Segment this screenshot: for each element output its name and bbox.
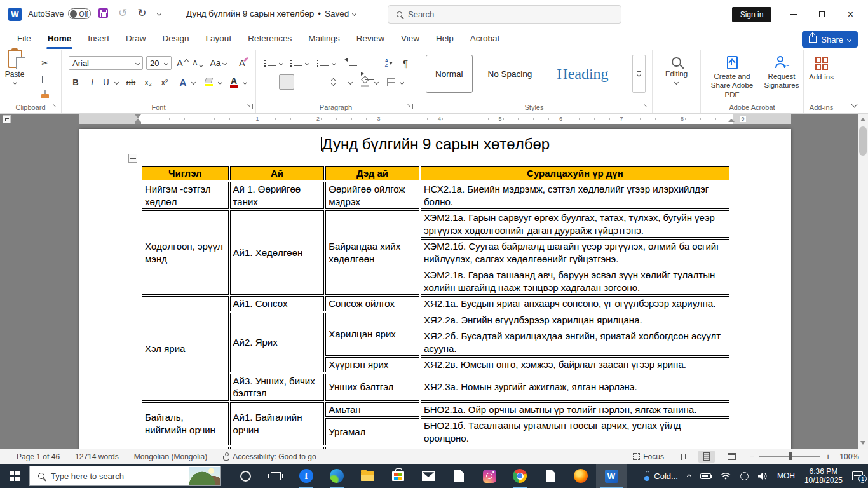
table-move-handle[interactable]	[128, 154, 137, 163]
bold-button[interactable]: B	[69, 75, 82, 89]
table-cell[interactable]: ХЯ2.2в. Юмсын өнгө, хэмжээ, байрлал заас…	[421, 357, 729, 372]
page-title[interactable]: Дунд бүлгийн 9 сарын хөтөлбөр	[79, 129, 791, 154]
table-cell[interactable]: Хөдөлгөөн, эрүүл мэнд	[142, 210, 229, 295]
accessibility-status[interactable]: Accessibility: Good to go	[222, 452, 316, 461]
redo-button[interactable]: ↻	[137, 6, 146, 20]
tab-acrobat[interactable]: Acrobat	[462, 29, 508, 50]
paste-button[interactable]: Paste	[0, 50, 29, 99]
tab-help[interactable]: Help	[428, 29, 462, 50]
share-button[interactable]: Share	[802, 31, 858, 48]
zoom-level[interactable]: 100%	[839, 452, 859, 461]
underline-options-button[interactable]	[112, 75, 120, 89]
ime-indicator[interactable]: MOH	[777, 471, 795, 480]
table-header-cell[interactable]: Ай	[230, 166, 325, 180]
strikethrough-button[interactable]: ab	[123, 75, 139, 89]
vertical-scrollbar[interactable]	[858, 114, 868, 449]
table-header-cell[interactable]: Дэд ай	[325, 166, 419, 180]
read-mode-button[interactable]	[673, 451, 689, 463]
tab-view[interactable]: View	[393, 29, 428, 50]
tab-selector[interactable]	[3, 115, 11, 123]
highlight-button[interactable]	[201, 74, 215, 90]
document-page[interactable]: Дунд бүлгийн 9 сарын хөтөлбөр ЧиглэлАйДэ…	[79, 129, 791, 449]
table-cell[interactable]: Сонсож ойлгох	[325, 296, 419, 311]
italic-button[interactable]: I	[86, 75, 98, 89]
clock[interactable]: 6:36 PM10/18/2025	[804, 467, 843, 485]
weather-widget[interactable]: Cold...	[644, 471, 678, 481]
shading-options[interactable]	[372, 75, 380, 89]
clear-formatting-button[interactable]: A	[234, 56, 250, 70]
bullets-button[interactable]	[264, 56, 276, 70]
table-cell[interactable]: Ай2. Ярих	[230, 313, 325, 372]
font-size-combo[interactable]: 20	[146, 56, 172, 70]
close-button[interactable]: ×	[836, 0, 865, 29]
web-layout-button[interactable]	[724, 451, 740, 463]
styles-more-button[interactable]	[632, 55, 646, 93]
font-dialog-launcher[interactable]	[248, 104, 253, 109]
table-cell[interactable]: Унших бэлтгэл	[325, 374, 419, 401]
align-right-button[interactable]	[297, 75, 309, 89]
start-button[interactable]	[0, 464, 29, 488]
align-center-button[interactable]	[279, 74, 294, 90]
numbering-button[interactable]	[290, 56, 302, 70]
focus-mode-button[interactable]: Focus	[633, 452, 664, 461]
tab-mailings[interactable]: Mailings	[300, 29, 348, 50]
page-indicator[interactable]: Page 1 of 46	[17, 452, 60, 461]
undo-button[interactable]: ↺	[118, 6, 127, 20]
request-signatures-button[interactable]: x~ Request Signatures	[762, 56, 801, 90]
table-cell[interactable]: ХЯ2.3а. Номын зургийг ажиглаж, ялган нэр…	[421, 374, 729, 401]
text-effects-button[interactable]: A	[177, 75, 189, 89]
multilevel-list-button[interactable]	[316, 56, 329, 70]
change-case-button[interactable]: Aa	[208, 56, 227, 70]
table-cell[interactable]: Харилцан ярих	[325, 313, 419, 356]
right-indent-marker[interactable]	[728, 119, 735, 122]
tray-expand-icon[interactable]	[687, 473, 691, 478]
taskbar-file-explorer[interactable]	[352, 464, 383, 488]
decrease-indent-button[interactable]	[346, 56, 360, 70]
language-indicator[interactable]: Mongolian (Mongolia)	[134, 452, 207, 461]
clipboard-dialog-launcher[interactable]	[53, 104, 58, 109]
print-layout-button[interactable]	[698, 451, 715, 463]
borders-button[interactable]	[384, 75, 397, 89]
taskbar-word[interactable]: W	[596, 464, 627, 488]
bullets-options[interactable]	[277, 56, 285, 70]
copy-button[interactable]	[38, 72, 52, 86]
tab-draw[interactable]: Draw	[118, 29, 154, 50]
line-spacing-options[interactable]	[346, 75, 354, 89]
table-cell[interactable]: ХЯ2.2б. Бусадтай харилцахдаа энгийн, яри…	[421, 329, 729, 356]
table-cell[interactable]: Ай 1. Өөрийгөө таних	[230, 182, 325, 209]
table-cell[interactable]: Ай3. Унших, бичих бэлтгэл	[230, 374, 325, 401]
styles-dialog-launcher[interactable]	[644, 104, 649, 109]
sort-button[interactable]: AZ	[381, 56, 397, 70]
addins-button[interactable]: Add-ins	[804, 57, 839, 81]
word-count[interactable]: 12714 words	[75, 452, 119, 461]
minimize-button[interactable]	[779, 0, 808, 29]
zoom-out-button[interactable]: −	[749, 452, 754, 462]
table-cell[interactable]: Хүүрнэн ярих	[325, 357, 419, 372]
table-cell[interactable]: Ай1. Байгалийн орчин	[230, 402, 325, 446]
style-no-spacing[interactable]: No Spacing	[478, 55, 542, 93]
style-heading[interactable]: Heading	[547, 55, 618, 93]
tab-layout[interactable]: Layout	[198, 29, 240, 50]
table-cell[interactable]: ХЭМ2.1а. Гарын сарвууг өргөх буулгах, та…	[421, 210, 729, 238]
table-cell[interactable]: ХЭМ2.1б. Суугаа байрлалд шагайн үеэр эрг…	[421, 239, 729, 266]
grow-font-button[interactable]: A	[175, 56, 189, 70]
shading-button[interactable]	[358, 74, 372, 90]
tab-file[interactable]: File	[9, 29, 39, 50]
table-cell[interactable]: ХЭМ2.1в. Гараа ташаанд авч, баруун эсвэл…	[421, 268, 729, 295]
collapse-ribbon-button[interactable]	[851, 102, 858, 108]
meet-now-icon[interactable]	[740, 472, 749, 480]
document-title-group[interactable]: Дунд бүлгийн 9 сарын хөтөлбөр • Saved	[186, 9, 356, 18]
table-cell[interactable]: Ай1. Сонсох	[230, 296, 325, 311]
taskbar-mail[interactable]	[413, 464, 444, 488]
underline-button[interactable]: U	[100, 75, 112, 89]
left-indent-marker[interactable]	[135, 122, 141, 124]
taskbar-firefox[interactable]	[566, 464, 596, 488]
volume-icon[interactable]	[758, 472, 768, 480]
table-header-cell[interactable]: Суралцахуйн үр дүн	[421, 166, 729, 180]
battery-icon[interactable]	[700, 473, 711, 479]
task-view-button[interactable]	[261, 464, 291, 488]
highlight-options[interactable]	[216, 75, 224, 89]
zoom-slider[interactable]: − +	[749, 452, 831, 462]
tab-home[interactable]: Home	[39, 29, 80, 50]
table-cell[interactable]: Нийгэм -сэтгэл хөдлөл	[142, 182, 229, 209]
